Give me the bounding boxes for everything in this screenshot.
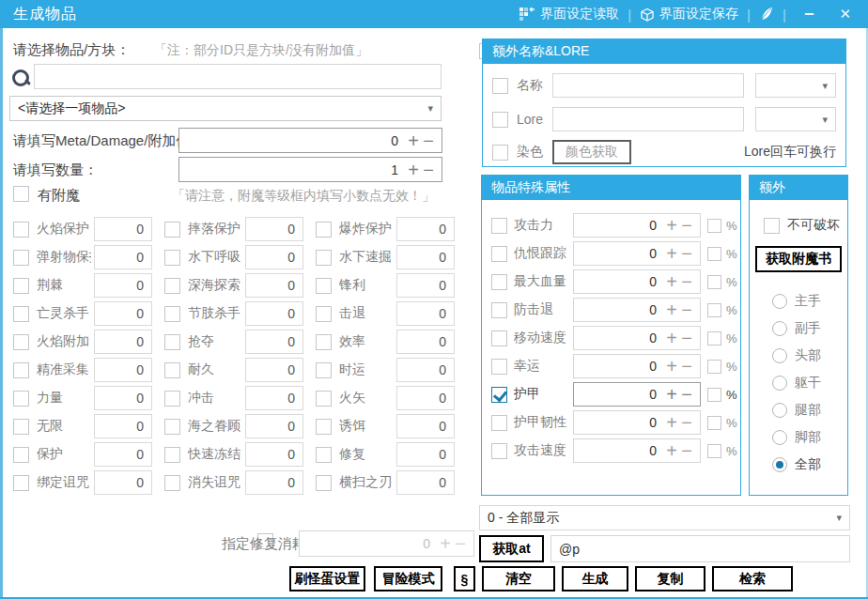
attribute-checkbox[interactable] <box>491 359 507 375</box>
enchant-checkbox[interactable] <box>13 391 29 407</box>
minus-icon[interactable]: − <box>679 385 694 404</box>
enchant-checkbox[interactable] <box>316 306 332 322</box>
slot-radio-option[interactable]: 副手 <box>772 320 847 337</box>
attribute-checkbox[interactable] <box>491 387 507 403</box>
enchant-level-input[interactable]: 0 <box>94 330 152 354</box>
search-input[interactable] <box>34 64 442 89</box>
copy-button[interactable]: 复制 <box>635 566 705 591</box>
section-sign-button[interactable]: § <box>454 566 475 591</box>
enchant-level-input[interactable]: 0 <box>94 217 152 241</box>
enchant-level-input[interactable]: 0 <box>245 217 303 241</box>
attribute-stepper[interactable]: 0 + − <box>573 269 701 294</box>
attribute-checkbox[interactable] <box>491 415 507 431</box>
enchant-level-input[interactable]: 0 <box>245 245 303 269</box>
minus-icon[interactable]: − <box>679 329 694 347</box>
minimize-button[interactable]: − <box>795 5 824 24</box>
get-enchant-book-button[interactable]: 获取附魔书 <box>755 246 842 272</box>
enchant-level-input[interactable]: 0 <box>94 273 152 298</box>
spawn-egg-settings-button[interactable]: 刷怪蛋设置 <box>289 566 365 591</box>
plus-icon[interactable]: + <box>664 329 679 347</box>
enchant-checkbox[interactable] <box>13 222 29 238</box>
percent-checkbox[interactable] <box>707 416 721 430</box>
meta-stepper[interactable]: 0 + − <box>178 128 442 153</box>
enchant-checkbox[interactable] <box>164 447 180 463</box>
enchant-level-input[interactable]: 0 <box>245 442 303 467</box>
target-selector-input[interactable]: @p <box>550 535 850 562</box>
enchant-checkbox[interactable] <box>164 475 180 491</box>
enchant-checkbox[interactable] <box>13 362 29 378</box>
enchant-checkbox[interactable] <box>13 475 29 491</box>
percent-checkbox[interactable] <box>707 275 721 289</box>
enchant-level-input[interactable]: 0 <box>94 442 152 467</box>
minus-icon[interactable]: − <box>421 161 436 179</box>
slot-radio-option[interactable]: 腿部 <box>772 402 847 419</box>
plus-icon[interactable]: + <box>664 244 679 263</box>
enchant-level-input[interactable]: 0 <box>94 470 152 495</box>
plus-icon[interactable]: + <box>664 272 679 291</box>
enchant-level-input[interactable]: 0 <box>396 442 455 467</box>
enchant-level-input[interactable]: 0 <box>396 330 455 354</box>
adventure-mode-button[interactable]: 冒险模式 <box>374 566 442 591</box>
enchant-checkbox[interactable] <box>13 447 29 463</box>
enchant-checkbox[interactable] <box>13 306 29 322</box>
name-checkbox[interactable] <box>492 78 508 94</box>
plus-icon[interactable]: + <box>664 216 679 235</box>
close-button[interactable]: ✕ <box>831 6 859 23</box>
lore-input[interactable] <box>552 107 744 131</box>
enchant-checkbox[interactable] <box>316 278 332 294</box>
percent-checkbox[interactable] <box>707 331 721 346</box>
attribute-checkbox[interactable] <box>491 330 507 346</box>
enchant-level-input[interactable]: 0 <box>396 301 455 326</box>
enchant-checkbox[interactable] <box>164 250 180 266</box>
enchant-level-input[interactable]: 0 <box>245 386 303 410</box>
display-filter-dropdown[interactable]: 0 - 全部显示 ▾ <box>479 505 850 530</box>
minus-icon[interactable]: − <box>421 131 436 150</box>
percent-checkbox[interactable] <box>707 247 721 261</box>
enchant-checkbox[interactable] <box>316 222 332 238</box>
enchant-level-input[interactable]: 0 <box>94 358 152 382</box>
enchant-checkbox[interactable] <box>164 419 180 435</box>
enchant-checkbox[interactable] <box>13 250 29 266</box>
enchant-checkbox[interactable] <box>13 278 29 294</box>
enchant-checkbox[interactable] <box>316 250 332 266</box>
get-at-button[interactable]: 获取at <box>479 535 544 562</box>
attribute-stepper[interactable]: 0 + − <box>573 213 701 238</box>
enchant-level-input[interactable]: 0 <box>245 358 303 382</box>
enchant-level-input[interactable]: 0 <box>396 470 455 495</box>
minus-icon[interactable]: − <box>679 413 694 432</box>
enchant-checkbox[interactable] <box>316 447 332 463</box>
enchant-level-input[interactable]: 0 <box>396 273 455 298</box>
plus-icon[interactable]: + <box>406 131 421 150</box>
attribute-checkbox[interactable] <box>491 443 507 459</box>
enchant-checkbox[interactable] <box>316 362 332 378</box>
minus-icon[interactable]: − <box>679 441 694 460</box>
attribute-stepper[interactable]: 0 + − <box>573 241 701 266</box>
item-select-dropdown[interactable]: <请选择一项物品> ▾ <box>9 96 442 121</box>
attribute-stepper[interactable]: 0 + − <box>573 438 701 463</box>
lore-checkbox[interactable] <box>492 112 508 128</box>
enchant-checkbox[interactable] <box>316 391 332 407</box>
attribute-stepper[interactable]: 0 + − <box>573 410 701 435</box>
enchant-level-input[interactable]: 0 <box>396 217 455 241</box>
clear-button[interactable]: 清空 <box>482 566 555 591</box>
plus-icon[interactable]: + <box>438 534 453 553</box>
enchant-checkbox[interactable] <box>316 334 332 350</box>
enchant-level-input[interactable]: 0 <box>245 330 303 354</box>
attribute-checkbox[interactable] <box>491 246 507 262</box>
name-color-dropdown[interactable]: ▾ <box>755 73 836 98</box>
enchant-checkbox[interactable] <box>164 391 180 407</box>
search-command-button[interactable]: 检索 <box>712 566 793 591</box>
generate-button[interactable]: 生成 <box>562 566 628 591</box>
enchant-checkbox[interactable] <box>13 419 29 435</box>
slot-radio-option[interactable]: 躯干 <box>772 375 847 392</box>
repair-cost-stepper[interactable]: 0 + − <box>299 530 474 557</box>
enchant-level-input[interactable]: 0 <box>94 386 152 410</box>
slot-radio-option[interactable]: 主手 <box>772 293 847 310</box>
name-input[interactable] <box>552 73 744 98</box>
feather-icon[interactable] <box>759 7 774 22</box>
attribute-stepper[interactable]: 0 + − <box>573 382 701 407</box>
attribute-checkbox[interactable] <box>491 274 507 290</box>
minus-icon[interactable]: − <box>679 300 694 319</box>
quantity-stepper[interactable]: 1 + − <box>178 157 442 182</box>
attribute-checkbox[interactable] <box>491 302 507 318</box>
